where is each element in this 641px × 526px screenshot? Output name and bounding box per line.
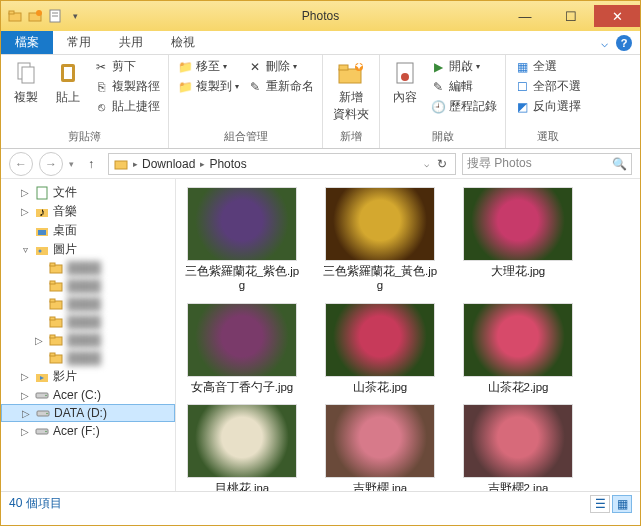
tree-item[interactable]: ▷影片: [1, 367, 175, 386]
copy-path-button[interactable]: ⎘複製路徑: [91, 77, 162, 96]
new-folder-icon[interactable]: [27, 8, 43, 24]
close-button[interactable]: ✕: [594, 5, 640, 27]
paste-shortcut-button[interactable]: ⎋貼上捷徑: [91, 97, 162, 116]
expand-icon[interactable]: ▷: [19, 426, 31, 437]
select-none-icon: ☐: [514, 79, 530, 95]
expand-icon[interactable]: ▷: [19, 206, 31, 217]
properties-icon[interactable]: [47, 8, 63, 24]
file-grid[interactable]: 三色紫羅蘭花_紫色.jpg三色紫羅蘭花_黃色.jpg大理花.jpg女高音丁香勺子…: [176, 179, 640, 491]
tree-item[interactable]: ▷♪音樂: [1, 202, 175, 221]
forward-button[interactable]: →: [39, 152, 63, 176]
details-view-button[interactable]: ☰: [590, 495, 610, 513]
copyto-icon: 📁: [177, 79, 193, 95]
help-icon[interactable]: ?: [616, 35, 632, 51]
tree-item[interactable]: ▿圖片: [1, 240, 175, 259]
file-item[interactable]: 三色紫羅蘭花_黃色.jpg: [322, 187, 438, 293]
refresh-button[interactable]: ↻: [433, 157, 451, 171]
tree-item[interactable]: 桌面: [1, 221, 175, 240]
minimize-button[interactable]: —: [502, 5, 548, 27]
breadcrumb-segment[interactable]: Photos: [209, 157, 246, 171]
move-to-button[interactable]: 📁移至▾: [175, 57, 241, 76]
file-item[interactable]: 大理花.jpg: [460, 187, 576, 293]
tree-item-label: ████: [67, 333, 101, 347]
expand-icon[interactable]: ▷: [20, 408, 32, 419]
new-folder-icon: ✦: [337, 59, 365, 87]
tab-home[interactable]: 常用: [53, 31, 105, 54]
file-thumbnail: [187, 187, 297, 261]
svg-point-3: [36, 10, 42, 16]
qat-dropdown-icon[interactable]: ▾: [67, 8, 83, 24]
folder-icon: [7, 8, 23, 24]
folder-icon: [48, 332, 64, 348]
file-thumbnail: [463, 404, 573, 478]
desktop-icon: [34, 223, 50, 239]
paste-button[interactable]: 貼上: [49, 57, 87, 108]
select-all-button[interactable]: ▦全選: [512, 57, 583, 76]
tree-item-label: ████: [67, 261, 101, 275]
breadcrumb-segment[interactable]: Download▸: [142, 157, 205, 171]
content-area: ▷文件▷♪音樂桌面▿圖片████████████████▷████████▷影片…: [1, 179, 640, 491]
tree-item[interactable]: ████: [1, 349, 175, 367]
tab-share[interactable]: 共用: [105, 31, 157, 54]
properties-button[interactable]: 內容: [386, 57, 424, 108]
file-label: 大理花.jpg: [491, 265, 546, 279]
maximize-button[interactable]: ☐: [548, 5, 594, 27]
quick-access-toolbar: ▾: [7, 8, 83, 24]
open-button[interactable]: ▶開啟▾: [428, 57, 499, 76]
expand-icon[interactable]: ▷: [33, 335, 45, 346]
file-item[interactable]: 三色紫羅蘭花_紫色.jpg: [184, 187, 300, 293]
up-button[interactable]: ↑: [80, 153, 102, 175]
expand-icon[interactable]: ▷: [19, 187, 31, 198]
copy-to-button[interactable]: 📁複製到▾: [175, 77, 241, 96]
open-icon: ▶: [430, 59, 446, 75]
tree-item-label: 音樂: [53, 203, 77, 220]
tree-item[interactable]: ▷Acer (C:): [1, 386, 175, 404]
select-none-button[interactable]: ☐全部不選: [512, 77, 583, 96]
rename-button[interactable]: ✎重新命名: [245, 77, 316, 96]
file-label: 吉野櫻 ina: [353, 482, 408, 491]
tree-item[interactable]: ▷文件: [1, 183, 175, 202]
file-item[interactable]: 吉野櫻2 ina: [460, 404, 576, 491]
music-icon: ♪: [34, 204, 50, 220]
back-button[interactable]: ←: [9, 152, 33, 176]
svg-rect-28: [50, 281, 55, 284]
expand-icon[interactable]: ▷: [19, 390, 31, 401]
tree-item[interactable]: ████: [1, 295, 175, 313]
ribbon-collapse-icon[interactable]: ⌵: [601, 36, 608, 50]
thumbnails-view-button[interactable]: ▦: [612, 495, 632, 513]
nav-tree[interactable]: ▷文件▷♪音樂桌面▿圖片████████████████▷████████▷影片…: [1, 179, 176, 491]
video-icon: [34, 369, 50, 385]
svg-rect-12: [339, 65, 348, 70]
file-item[interactable]: 山茶花2.jpg: [460, 303, 576, 395]
delete-button[interactable]: ✕刪除▾: [245, 57, 316, 76]
invert-selection-button[interactable]: ◩反向選擇: [512, 97, 583, 116]
tree-item-label: ████: [67, 351, 101, 365]
file-item[interactable]: 山茶花.jpg: [322, 303, 438, 395]
tab-view[interactable]: 檢視: [157, 31, 209, 54]
address-dropdown-icon[interactable]: ⌵: [424, 159, 429, 169]
expand-icon[interactable]: ▿: [19, 244, 31, 255]
tree-item[interactable]: ▷Acer (F:): [1, 422, 175, 440]
expand-icon[interactable]: ▷: [19, 371, 31, 382]
recent-dropdown-icon[interactable]: ▾: [69, 159, 74, 169]
edit-button[interactable]: ✎編輯: [428, 77, 499, 96]
ribbon-group-clipboard: 複製 貼上 ✂剪下 ⎘複製路徑 ⎋貼上捷徑 剪貼簿: [1, 55, 169, 148]
tree-item[interactable]: ████: [1, 259, 175, 277]
rename-icon: ✎: [247, 79, 263, 95]
tree-item[interactable]: ▷████: [1, 331, 175, 349]
new-folder-button[interactable]: ✦ 新增 資料夾: [329, 57, 373, 125]
file-tab[interactable]: 檔案: [1, 31, 53, 54]
cut-button[interactable]: ✂剪下: [91, 57, 162, 76]
file-item[interactable]: 目桃花 ina: [184, 404, 300, 491]
tree-item[interactable]: ▷DATA (D:): [1, 404, 175, 422]
tree-item[interactable]: ████: [1, 277, 175, 295]
file-item[interactable]: 女高音丁香勺子.jpg: [184, 303, 300, 395]
file-item[interactable]: 吉野櫻 ina: [322, 404, 438, 491]
copy-button[interactable]: 複製: [7, 57, 45, 108]
address-bar[interactable]: ▸ Download▸ Photos ⌵ ↻: [108, 153, 456, 175]
search-input[interactable]: 搜尋 Photos 🔍: [462, 153, 632, 175]
history-button[interactable]: 🕘歷程記錄: [428, 97, 499, 116]
folder-icon: [48, 314, 64, 330]
folder-icon: [48, 278, 64, 294]
tree-item[interactable]: ████: [1, 313, 175, 331]
